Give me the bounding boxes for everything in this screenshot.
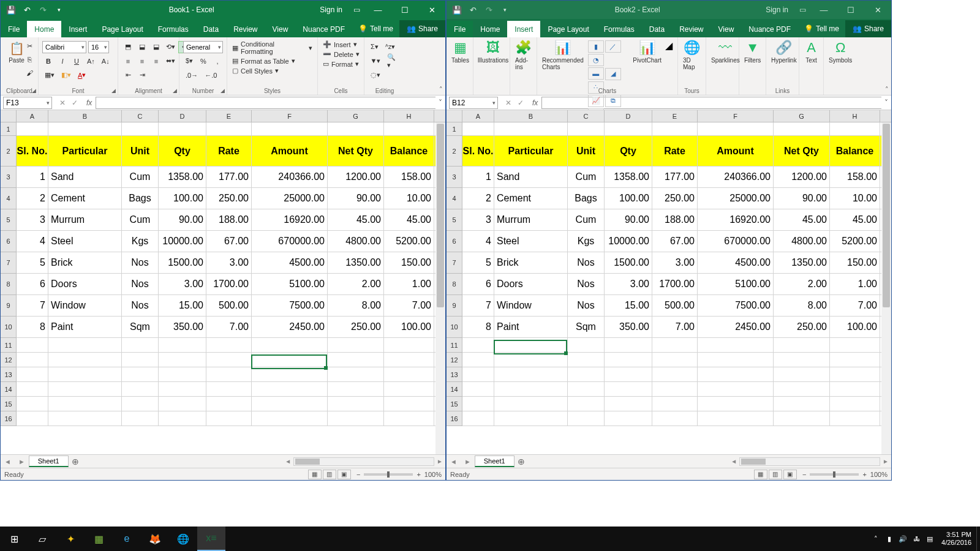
alignment-dialog-icon[interactable]: ◢ [173, 88, 177, 94]
table-cell[interactable] [605, 353, 652, 367]
row-header-7[interactable]: 7 [1, 252, 16, 274]
table-header-cell[interactable]: Particular [48, 136, 122, 166]
table-cell[interactable]: 1.00 [830, 274, 880, 294]
enter-formula-icon[interactable]: ✓ [518, 99, 524, 107]
minimize-button[interactable]: — [810, 1, 837, 19]
column-header-F[interactable]: F [252, 110, 328, 122]
table-cell[interactable] [159, 397, 206, 411]
sheet-nav-prev-icon[interactable]: ◄ [447, 458, 461, 465]
table-cell[interactable]: 7500.00 [698, 295, 774, 316]
table-header-cell[interactable]: Amount [252, 136, 328, 166]
tab-formulas[interactable]: Formulas [597, 21, 642, 37]
minimize-button[interactable]: — [364, 1, 391, 19]
column-header-H[interactable]: H [830, 110, 880, 122]
worksheet-grid[interactable]: 12345678910111213141516 ABCDEFGH Sl. No.… [1, 110, 445, 454]
start-button[interactable]: ⊞ [0, 527, 28, 551]
table-cell[interactable]: Sand [494, 167, 568, 187]
table-cell[interactable]: 15.00 [605, 295, 652, 316]
table-cell[interactable]: Nos [568, 252, 605, 273]
table-cell[interactable] [122, 367, 159, 381]
table-cell[interactable] [384, 338, 434, 352]
table-cell[interactable]: 2.00 [774, 274, 830, 294]
row-header-16[interactable]: 16 [1, 411, 16, 426]
zoom-out-icon[interactable]: − [802, 471, 806, 478]
table-cell[interactable]: 25000.00 [252, 188, 328, 209]
table-cell[interactable]: 90.00 [328, 188, 384, 209]
undo-icon[interactable]: ↶ [466, 3, 480, 17]
taskbar-app-1-icon[interactable]: ✦ [56, 527, 85, 551]
fx-icon[interactable]: fx [83, 99, 96, 107]
decrease-decimal-icon[interactable]: ←.0 [202, 69, 219, 81]
fill-icon[interactable]: ▼▾ [368, 55, 383, 67]
table-cell[interactable]: 188.00 [206, 209, 252, 230]
table-cell[interactable]: 4 [17, 231, 48, 252]
font-name-combo[interactable]: Calibri [42, 41, 86, 53]
table-cell[interactable] [830, 397, 880, 411]
table-cell[interactable]: 4800.00 [328, 231, 384, 252]
table-cell[interactable] [328, 397, 384, 411]
horizontal-scrollbar[interactable] [739, 457, 880, 466]
clear-icon[interactable]: ◌▾ [368, 69, 383, 81]
table-cell[interactable]: 7 [462, 295, 494, 316]
merge-icon[interactable]: ⬌▾ [164, 55, 176, 67]
table-cell[interactable]: 6 [17, 274, 48, 294]
tray-network-icon[interactable]: 🖧 [910, 535, 923, 542]
table-cell[interactable] [568, 338, 605, 352]
table-cell[interactable]: 15.00 [159, 295, 206, 316]
vertical-scrollbar[interactable] [881, 122, 891, 454]
tab-insert[interactable]: Insert [507, 21, 540, 37]
table-cell[interactable] [252, 397, 328, 411]
table-cell[interactable]: 7.00 [384, 295, 434, 316]
table-cell[interactable]: 177.00 [652, 167, 698, 187]
table-cell[interactable]: 3 [462, 209, 494, 230]
table-cell[interactable]: 67.00 [652, 231, 698, 252]
edge-icon[interactable]: e [113, 527, 141, 551]
row-header-14[interactable]: 14 [447, 382, 462, 397]
expand-formula-bar-icon[interactable]: ˅ [435, 99, 445, 107]
table-cell[interactable]: Cement [48, 188, 122, 209]
row-header-11[interactable]: 11 [1, 338, 16, 353]
table-cell[interactable] [774, 411, 830, 425]
column-chart-icon[interactable]: ▮ [588, 40, 604, 53]
row-header-2[interactable]: 2 [1, 136, 16, 167]
table-cell[interactable]: 3.00 [605, 274, 652, 294]
formula-input[interactable] [96, 97, 435, 109]
table-cell[interactable]: 250.00 [206, 188, 252, 209]
table-cell[interactable] [328, 411, 384, 425]
page-layout-view-icon[interactable]: ▥ [323, 470, 336, 479]
column-headers[interactable]: ABCDEFGH [462, 110, 891, 122]
table-cell[interactable]: 5200.00 [830, 231, 880, 252]
share-button[interactable]: 👥Share [399, 20, 445, 37]
table-cell[interactable]: Sqm [568, 317, 605, 337]
table-header-cell[interactable]: Sl. No. [462, 136, 494, 166]
table-cell[interactable] [605, 367, 652, 381]
hscroll-right-icon[interactable]: ► [883, 458, 889, 465]
tab-review[interactable]: Review [672, 21, 710, 37]
table-cell[interactable]: 90.00 [774, 188, 830, 209]
addins-button[interactable]: 🧩Add-ins [515, 40, 532, 70]
table-cell[interactable] [494, 338, 568, 352]
column-header-B[interactable]: B [494, 110, 568, 122]
table-cell[interactable] [206, 411, 252, 425]
table-cell[interactable]: Bags [122, 188, 159, 209]
redo-icon[interactable]: ↷ [36, 3, 50, 17]
table-cell[interactable] [568, 353, 605, 367]
vertical-scrollbar[interactable] [435, 122, 445, 454]
table-cell[interactable] [462, 367, 494, 381]
table-cell[interactable]: Nos [568, 274, 605, 294]
table-cell[interactable]: 500.00 [652, 295, 698, 316]
table-cell[interactable]: 1 [462, 167, 494, 187]
table-cell[interactable] [48, 382, 122, 396]
table-cell[interactable]: 4 [462, 231, 494, 252]
table-cell[interactable] [830, 353, 880, 367]
table-cell[interactable]: 3.00 [652, 252, 698, 273]
task-view-icon[interactable]: ▱ [28, 527, 56, 551]
table-cell[interactable] [605, 338, 652, 352]
table-cell[interactable]: 1358.00 [159, 167, 206, 187]
row-header-12[interactable]: 12 [1, 353, 16, 367]
table-cell[interactable]: Nos [568, 295, 605, 316]
table-cell[interactable] [328, 353, 384, 367]
combo-chart-icon[interactable]: ⧉ [605, 95, 621, 107]
tab-page-layout[interactable]: Page Layout [540, 21, 596, 37]
table-cell[interactable]: 188.00 [652, 209, 698, 230]
